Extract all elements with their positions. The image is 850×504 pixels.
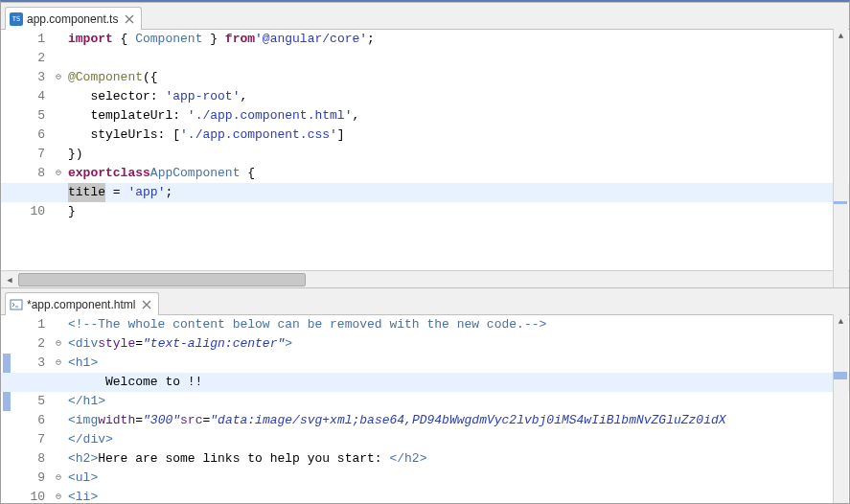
code-line[interactable]: <div style="text-align:center"> xyxy=(68,334,849,354)
code-line[interactable]: styleUrls: ['./app.component.css'] xyxy=(68,126,849,145)
code-line[interactable]: <h1> xyxy=(68,354,849,373)
tab-bar-top: TS app.component.ts xyxy=(1,3,849,30)
change-marker xyxy=(3,87,11,106)
fold-toggle-icon[interactable]: ⊖ xyxy=(53,164,64,183)
close-icon[interactable] xyxy=(124,13,135,25)
line-number: 3 xyxy=(14,354,45,373)
fold-toggle-icon[interactable]: ⊖ xyxy=(53,488,64,504)
code-line[interactable]: <ul> xyxy=(68,469,849,488)
change-marker xyxy=(3,392,11,411)
line-number: 5 xyxy=(14,392,45,411)
line-number: 10 xyxy=(14,488,45,504)
code-line[interactable]: }) xyxy=(68,145,849,164)
scroll-left-icon[interactable]: ◀ xyxy=(1,271,18,288)
vertical-scrollbar[interactable]: ▲ xyxy=(833,29,848,287)
scroll-up-icon[interactable]: ▲ xyxy=(834,29,848,44)
change-marker xyxy=(3,411,11,430)
editor-pane-bottom: *app.component.html 12345678910 ⊖⊖⊖⊖ <!-… xyxy=(1,287,849,504)
code-line[interactable]: export class AppComponent { xyxy=(68,164,849,183)
code-line[interactable]: selector: 'app-root', xyxy=(68,87,849,106)
fold-column: ⊖⊖ xyxy=(53,30,64,270)
code-content[interactable]: <!--The whole content below can be remov… xyxy=(64,315,849,504)
fold-spacer xyxy=(53,392,64,411)
code-line[interactable]: templateUrl: './app.component.html', xyxy=(68,106,849,126)
code-line[interactable]: <!--The whole content below can be remov… xyxy=(68,315,849,334)
tab-bar-bottom: *app.component.html xyxy=(1,288,849,315)
marker-indicator xyxy=(834,201,847,204)
fold-toggle-icon[interactable]: ⊖ xyxy=(53,354,64,373)
line-number: 4 xyxy=(14,87,45,106)
line-number: 1 xyxy=(14,30,45,49)
change-marker xyxy=(3,202,11,221)
code-line[interactable]: @Component({ xyxy=(68,68,849,87)
change-marker xyxy=(3,49,11,68)
change-marker xyxy=(3,68,11,87)
code-line[interactable]: </h1> xyxy=(68,392,849,411)
code-editor-top[interactable]: 12345678910 ⊖⊖ import { Component } from… xyxy=(1,30,849,270)
change-marker xyxy=(3,106,11,126)
tab-app-component-html[interactable]: *app.component.html xyxy=(5,292,159,315)
change-marker xyxy=(3,488,11,504)
change-marker xyxy=(3,334,11,354)
fold-spacer xyxy=(53,449,64,469)
line-number: 1 xyxy=(14,315,45,334)
change-marker xyxy=(3,430,11,449)
fold-spacer xyxy=(53,49,64,68)
fold-toggle-icon[interactable]: ⊖ xyxy=(53,334,64,354)
line-number: 7 xyxy=(14,430,45,449)
line-number: 7 xyxy=(14,145,45,164)
line-number: 9 xyxy=(14,469,45,488)
code-line[interactable] xyxy=(68,49,849,68)
change-marker xyxy=(3,145,11,164)
code-line[interactable]: </div> xyxy=(68,430,849,449)
scrollbar-thumb[interactable] xyxy=(18,273,306,286)
line-number: 2 xyxy=(14,334,45,354)
line-number: 6 xyxy=(14,411,45,430)
code-line[interactable]: <h2>Here are some links to help you star… xyxy=(68,449,849,469)
change-marker xyxy=(3,354,11,373)
code-line[interactable]: <li> xyxy=(68,488,849,504)
fold-spacer xyxy=(53,87,64,106)
marker-column xyxy=(1,315,14,504)
line-number: 5 xyxy=(14,106,45,126)
fold-toggle-icon[interactable]: ⊖ xyxy=(53,469,64,488)
line-number-gutter: 12345678910 xyxy=(14,30,53,270)
code-editor-bottom[interactable]: 12345678910 ⊖⊖⊖⊖ <!--The whole content b… xyxy=(1,315,849,504)
html-file-icon xyxy=(10,298,23,311)
code-content[interactable]: import { Component } from '@angular/core… xyxy=(64,30,849,270)
change-marker xyxy=(3,30,11,49)
fold-spacer xyxy=(53,315,64,334)
close-icon[interactable] xyxy=(141,299,152,310)
code-line[interactable]: Welcome to !! xyxy=(1,373,849,392)
typescript-file-icon: TS xyxy=(10,12,23,26)
code-line[interactable]: } xyxy=(68,202,849,221)
fold-spacer xyxy=(53,106,64,126)
line-number: 3 xyxy=(14,68,45,87)
fold-toggle-icon[interactable]: ⊖ xyxy=(53,68,64,87)
code-line[interactable]: import { Component } from '@angular/core… xyxy=(68,30,849,49)
line-number: 8 xyxy=(14,449,45,469)
line-number: 8 xyxy=(14,164,45,183)
horizontal-scrollbar[interactable]: ◀ ▶ xyxy=(1,270,849,287)
line-number-gutter: 12345678910 xyxy=(14,315,53,504)
line-number: 6 xyxy=(14,126,45,145)
tab-app-component-ts[interactable]: TS app.component.ts xyxy=(5,7,142,30)
svg-rect-0 xyxy=(11,300,22,309)
fold-spacer xyxy=(53,30,64,49)
tab-label: *app.component.html xyxy=(27,298,135,311)
fold-spacer xyxy=(53,430,64,449)
scroll-up-icon[interactable]: ▲ xyxy=(834,314,848,330)
fold-spacer xyxy=(53,126,64,145)
fold-column: ⊖⊖⊖⊖ xyxy=(53,315,64,504)
editor-pane-top: TS app.component.ts 12345678910 ⊖⊖ impor… xyxy=(1,2,849,287)
change-marker xyxy=(3,469,11,488)
fold-spacer xyxy=(53,202,64,221)
code-line[interactable]: title = 'app'; xyxy=(1,183,849,202)
change-marker xyxy=(3,164,11,183)
change-marker xyxy=(3,126,11,145)
change-marker xyxy=(3,449,11,469)
marker-column xyxy=(1,30,14,270)
line-number: 10 xyxy=(14,202,45,221)
code-line[interactable]: <img width="300" src="data:image/svg+xml… xyxy=(68,411,849,430)
vertical-scrollbar[interactable]: ▲ xyxy=(833,314,848,504)
